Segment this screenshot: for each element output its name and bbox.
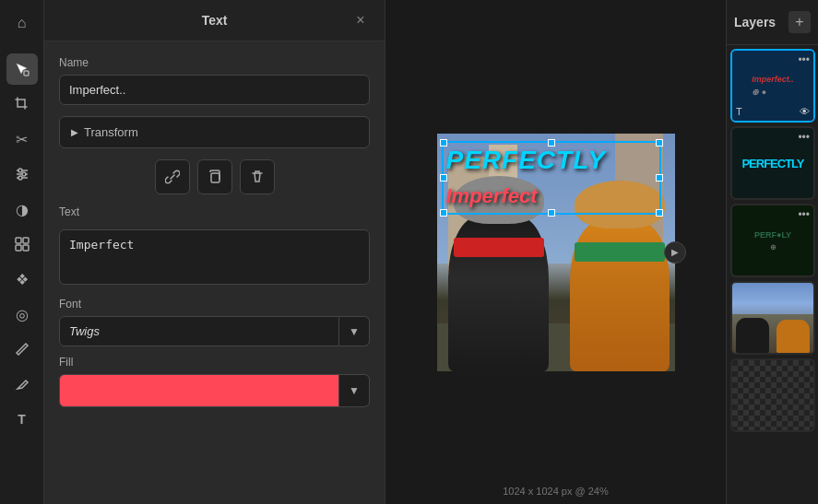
svg-rect-9 xyxy=(16,245,21,251)
layer-item[interactable]: PERFECTLY ••• xyxy=(730,126,815,200)
svg-point-5 xyxy=(22,172,26,176)
scissors-icon[interactable]: ✂ xyxy=(6,123,38,155)
canvas-text-overlay-1: PERFECTLY xyxy=(446,147,666,173)
svg-rect-10 xyxy=(23,245,29,251)
layer-visibility-icon[interactable]: 👁 xyxy=(800,106,810,117)
trash-icon-btn[interactable] xyxy=(240,159,275,194)
svg-point-4 xyxy=(18,169,22,172)
layer-type-icon: T xyxy=(736,106,742,117)
fill-label: Fill xyxy=(59,356,370,369)
canvas-status: 1024 x 1024 px @ 24% xyxy=(503,486,609,497)
font-row: Twigs ▼ xyxy=(59,316,370,346)
transform-label: Transform xyxy=(84,125,138,139)
left-toolbar: ⌂ ✂ ◑ ❖ ◎ xyxy=(0,0,44,504)
brush-icon[interactable] xyxy=(6,334,38,365)
layer-menu-btn[interactable]: ••• xyxy=(798,209,810,220)
fill-color-swatch[interactable] xyxy=(59,374,339,407)
svg-rect-8 xyxy=(23,238,29,243)
text-tool-icon[interactable]: T xyxy=(6,404,38,435)
svg-point-6 xyxy=(18,176,22,180)
grid-icon[interactable] xyxy=(6,229,38,260)
layers-title: Layers xyxy=(734,15,776,29)
layers-header: Layers + xyxy=(727,0,818,45)
layer-item[interactable] xyxy=(730,281,815,355)
spiral-icon[interactable]: ◎ xyxy=(6,299,38,330)
layers-list: Imperfect.. ⊕ ● ••• T 👁 PERFECTLY ••• PE… xyxy=(727,45,818,504)
sliders-icon[interactable] xyxy=(6,158,38,190)
transform-row[interactable]: ▶ Transform xyxy=(59,116,370,148)
svg-rect-0 xyxy=(24,71,29,76)
crop-icon[interactable] xyxy=(6,88,38,120)
icon-row xyxy=(59,159,370,194)
text-input[interactable]: Imperfect xyxy=(59,229,370,285)
canvas-area: PERFECTLY Imperfect ▶ 1024 x 1024 px @ 2… xyxy=(385,0,726,504)
layer-icons-row: T 👁 xyxy=(736,106,810,117)
canvas-wrapper: PERFECTLY Imperfect ▶ xyxy=(437,134,675,371)
layer5-thumb xyxy=(732,360,813,430)
transform-arrow: ▶ xyxy=(71,127,78,137)
collapse-button[interactable]: ▶ xyxy=(664,241,686,264)
panel-body: Name ▶ Transform xyxy=(44,41,385,504)
layer-item[interactable]: Imperfect.. ⊕ ● ••• T 👁 xyxy=(730,49,815,123)
layers-tool-icon[interactable]: ❖ xyxy=(6,264,38,295)
layer-menu-btn[interactable]: ••• xyxy=(798,54,810,65)
name-label: Name xyxy=(59,56,370,69)
canvas-text-overlay-2: Imperfect xyxy=(446,184,538,208)
layers-add-button[interactable]: + xyxy=(788,11,811,33)
select-icon[interactable] xyxy=(6,53,38,85)
copy-icon-btn[interactable] xyxy=(197,159,232,194)
layers-panel: Layers + Imperfect.. ⊕ ● ••• T 👁 PERFECT… xyxy=(726,0,818,504)
svg-rect-7 xyxy=(16,238,21,243)
fill-dropdown-btn[interactable]: ▼ xyxy=(339,374,370,407)
fill-row: ▼ xyxy=(59,374,370,407)
font-selector[interactable]: Twigs xyxy=(59,316,339,346)
text-label: Text xyxy=(59,205,370,218)
close-button[interactable]: × xyxy=(351,11,370,29)
home-icon[interactable]: ⌂ xyxy=(6,7,38,39)
contrast-icon[interactable]: ◑ xyxy=(6,193,38,225)
panel-header: Text × xyxy=(44,0,385,41)
pen-icon[interactable] xyxy=(6,369,38,400)
canvas-image[interactable]: PERFECTLY Imperfect xyxy=(437,134,675,371)
layer-item[interactable]: PERF●LY ⊕ ••• xyxy=(730,204,815,277)
font-dropdown-btn[interactable]: ▼ xyxy=(339,316,370,346)
layer4-thumb xyxy=(732,283,813,353)
layer-item[interactable] xyxy=(730,358,815,432)
link-icon-btn[interactable] xyxy=(155,159,190,194)
panel-title: Text xyxy=(77,13,351,28)
svg-rect-11 xyxy=(211,173,219,182)
font-label: Font xyxy=(59,298,370,311)
text-panel: Text × Name ▶ Transform xyxy=(44,0,385,504)
name-input[interactable] xyxy=(59,75,370,105)
layer-menu-btn[interactable]: ••• xyxy=(798,132,810,143)
